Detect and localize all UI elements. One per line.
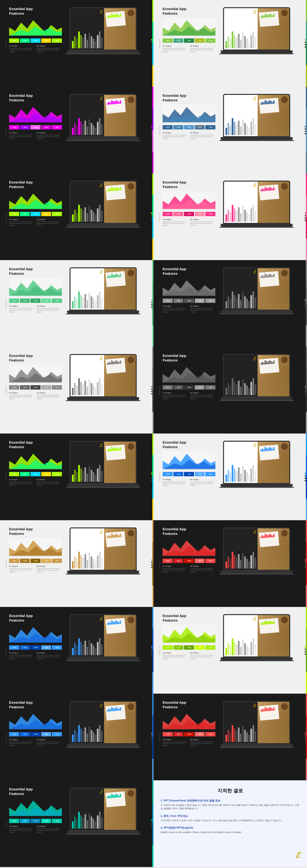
project-2-title: 02. Project [37,219,62,220]
legend-bar: ▪ 2018 ▪ 2019 ▪ 2020 ▪ 2021 ▪ 2022 [9,385,62,390]
screen-bar [87,647,88,655]
screen-bar [72,474,74,482]
screen-content-left: ℰ [224,615,258,656]
screen-content-left: ℰ [224,182,258,223]
project-1-text: Lorem ipsum dolor sit amet consectetur a… [9,568,34,573]
slide-right: ℰ [65,434,154,520]
legend-bar: ▪ 2018 ▪ 2019 ▪ 2020 ▪ 2021 ▪ 2022 [163,125,215,129]
slide-wrapper-17: Features Essential AppFeatures ▪ 2018 ▪ … [0,694,154,780]
screen-bar [226,561,227,568]
legend-label: ▪ 2018 [12,473,16,475]
screen-bar [91,123,92,135]
legend-label: ▪ 2021 [44,40,48,41]
screen-bar [97,209,99,222]
project-2-title: 02. Project [190,479,215,480]
screen-bar [80,35,82,48]
screen-bar [252,291,254,308]
project-row: 01. Project Lorem ipsum dolor sit amet c… [163,652,215,660]
info-section: 3. PPT(영문) PPT(English) English version … [161,826,300,834]
screen-photo [258,95,289,136]
paper [106,531,126,547]
screen-bar [93,125,95,135]
legend-bar: ▪ 2018 ▪ 2019 ▪ 2020 ▪ 2021 ▪ 2022 [163,472,215,476]
chart-area [163,711,215,731]
chart-area [163,538,215,557]
legend-bar: ▪ 2018 ▪ 2019 ▪ 2020 ▪ 2021 ▪ 2022 [9,38,62,43]
screen-bar [238,207,240,222]
laptop-bottom [219,227,294,228]
paper [259,271,279,287]
legend-label: ▪ 2021 [44,127,48,128]
slide-title: Essential AppFeatures [9,700,65,710]
project-row: 01. Project Lorem ipsum dolor sit amet c… [163,132,215,140]
screen-bar [78,639,80,655]
legend-label: ▪ 2019 [176,473,180,475]
slide-left: Essential AppFeatures ▪ 2018 ▪ 2019 ▪ 20… [154,87,218,174]
laptop-container: ℰ [70,7,144,55]
slide-right: ℰ [218,87,307,174]
screen-logo: ℰ [253,9,256,14]
slide-left: Essential AppFeatures ▪ 2018 ▪ 2019 ▪ 20… [0,87,65,174]
screen-content-left: ℰ [70,615,104,656]
project-1-text: Lorem ipsum dolor sit amet consectetur a… [9,394,34,400]
screen-content-left: ℰ [224,8,258,50]
slide-wrapper-15: Features Essential AppFeatures ▪ 2018 ▪ … [0,607,154,694]
coffee-cup [127,790,135,797]
legend-item: ▪ 2019 [173,645,183,650]
screen-photo [104,788,136,830]
project-row: 01. Project Lorem ipsum dolor sit amet c… [163,392,215,400]
chart-area [9,798,62,817]
screen-bar [91,470,92,482]
laptop-base [67,224,139,227]
legend-item: ▪ 2022 [52,559,62,563]
legend-label: ▪ 2018 [12,820,16,822]
screen-bar [93,212,95,222]
screen-bar [72,822,74,829]
accent-mid1 [306,282,307,303]
laptop-screen: ℰ [70,181,137,224]
legend-label: ▪ 2020 [33,647,37,648]
slide-5: Features Essential AppFeatures ▪ 2018 ▪ … [0,174,154,260]
legend-item: ▪ 2018 [9,38,19,43]
screen-logo: ℰ [100,530,102,535]
screen-bar [236,37,237,48]
project-1-text: Lorem ipsum dolor sit amet consectetur a… [163,308,188,313]
screen-bar [252,639,254,655]
screen-bar [248,128,250,135]
legend-item: ▪ 2022 [52,299,62,303]
screen-bar [91,210,92,222]
screen-bar [250,35,252,48]
slide-left: Essential AppFeatures ▪ 2018 ▪ 2019 ▪ 20… [0,607,65,694]
screen-bar [76,385,78,395]
screen-logo: ℰ [100,616,102,622]
coffee-cup [281,443,288,450]
screen-bar [240,300,242,308]
project-1-title: 01. Project [163,739,188,741]
legend-label: ▪ 2018 [166,473,170,475]
screen-bar [252,552,254,568]
paper [259,705,279,721]
project-2-title: 02. Project [37,479,62,480]
slide-17: Features Essential AppFeatures ▪ 2018 ▪ … [0,694,154,780]
laptop-base [67,51,139,53]
legend-item: ▪ 2019 [20,385,30,390]
screen-bar [78,812,80,829]
screen-bar [99,118,101,135]
screen-logo: ℰ [253,183,256,188]
screen-bar [252,725,254,742]
screen-logo: ℰ [100,96,102,101]
slide-left: Essential AppFeatures ▪ 2018 ▪ 2019 ▪ 20… [154,260,218,347]
project-col-2: 02. Project Lorem ipsum dolor sit amet c… [37,45,62,53]
project-col-2: 02. Project Lorem ipsum dolor sit amet c… [37,305,62,313]
slide-right: ℰ [65,87,154,174]
legend-label: ▪ 2019 [23,40,27,41]
chart-area [9,711,62,731]
legend-label: ▪ 2022 [55,820,59,822]
legend-label: ▪ 2022 [55,300,59,302]
slide-wrapper-9: Features Essential AppFeatures ▪ 2018 ▪ … [0,347,154,434]
screen-bar [97,642,99,655]
screen-bar [242,293,244,308]
coffee-cup [281,96,288,103]
project-col-2: 02. Project Lorem ipsum dolor sit amet c… [190,132,215,140]
slide-title: Essential AppFeatures [9,93,65,102]
